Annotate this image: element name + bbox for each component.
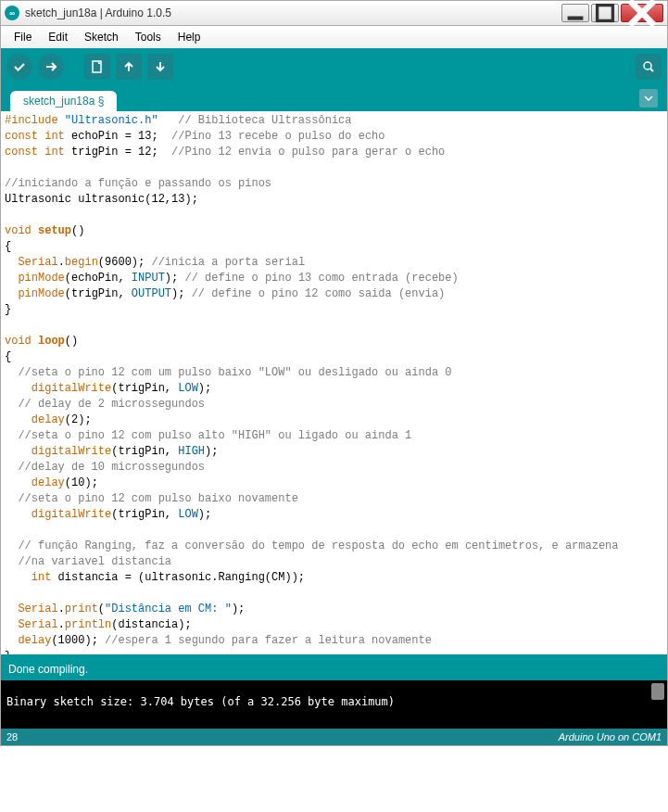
verify-button[interactable] <box>6 54 32 80</box>
menu-sketch[interactable]: Sketch <box>77 29 126 45</box>
open-button[interactable] <box>116 54 142 80</box>
sketch-tab[interactable]: sketch_jun18a § <box>10 91 117 111</box>
toolbar <box>0 48 668 85</box>
svg-point-5 <box>644 62 651 70</box>
serial-monitor-button[interactable] <box>636 54 662 80</box>
close-button[interactable] <box>621 4 663 22</box>
tabbar: sketch_jun18a § <box>0 85 668 111</box>
menu-edit[interactable]: Edit <box>41 29 75 45</box>
save-button[interactable] <box>147 54 173 80</box>
window-controls <box>561 4 663 22</box>
console-output: Binary sketch size: 3.704 bytes (of a 32… <box>1 680 667 729</box>
upload-button[interactable] <box>38 54 64 80</box>
arduino-app-icon: ∞ <box>5 6 19 20</box>
menu-help[interactable]: Help <box>170 29 208 45</box>
window-title: sketch_jun18a | Arduino 1.0.5 <box>25 6 561 19</box>
menubar: File Edit Sketch Tools Help <box>0 26 668 48</box>
maximize-button[interactable] <box>591 4 619 22</box>
board-info: Arduino Uno on COM1 <box>559 731 662 742</box>
menu-file[interactable]: File <box>6 29 39 45</box>
line-number: 28 <box>6 731 559 742</box>
footer-bar: 28 Arduino Uno on COM1 <box>1 729 667 745</box>
code-editor[interactable]: #include "Ultrasonic.h" // Biblioteca Ul… <box>1 111 667 654</box>
tab-menu-button[interactable] <box>639 89 658 108</box>
console-scrollbar[interactable] <box>650 682 665 727</box>
titlebar: ∞ sketch_jun18a | Arduino 1.0.5 <box>0 0 668 26</box>
compile-status: Done compiling. <box>1 660 667 680</box>
console-text: Binary sketch size: 3.704 bytes (of a 32… <box>6 695 395 708</box>
svg-rect-1 <box>598 6 613 21</box>
svg-line-6 <box>650 69 653 71</box>
new-button[interactable] <box>84 54 110 80</box>
editor-area: #include "Ultrasonic.h" // Biblioteca Ul… <box>0 111 668 746</box>
menu-tools[interactable]: Tools <box>128 29 169 45</box>
minimize-button[interactable] <box>561 4 589 22</box>
